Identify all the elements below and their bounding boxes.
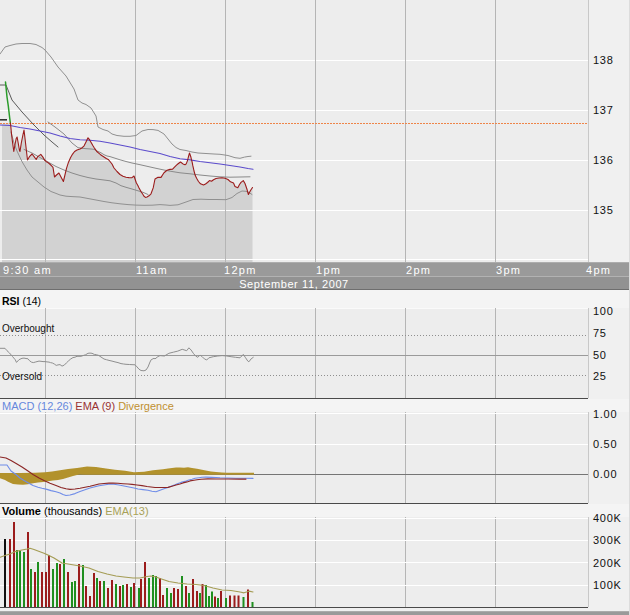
svg-text:9:30 am: 9:30 am (3, 264, 52, 276)
svg-text:MACD (12,26) EMA (9) Divergenc: MACD (12,26) EMA (9) Divergence (2, 400, 174, 412)
svg-text:1.00: 1.00 (593, 408, 617, 420)
svg-text:4pm: 4pm (586, 264, 611, 276)
svg-text:100: 100 (593, 305, 613, 317)
svg-text:3pm: 3pm (496, 264, 521, 276)
svg-text:Volume (thousands) EMA(13): Volume (thousands) EMA(13) (2, 505, 149, 517)
svg-text:135: 135 (593, 204, 613, 216)
svg-text:Overbought: Overbought (2, 323, 54, 334)
svg-text:0.50: 0.50 (593, 438, 617, 450)
svg-text:200K: 200K (593, 557, 622, 569)
svg-text:11am: 11am (136, 264, 168, 276)
svg-text:1pm: 1pm (316, 264, 341, 276)
svg-text:Oversold: Oversold (2, 371, 42, 382)
svg-text:136: 136 (593, 154, 613, 166)
svg-text:75: 75 (593, 327, 607, 339)
svg-text:50: 50 (593, 349, 607, 361)
svg-text:25: 25 (593, 370, 607, 382)
svg-text:400K: 400K (593, 512, 622, 524)
svg-text:300K: 300K (593, 534, 622, 546)
svg-text:137: 137 (593, 104, 613, 116)
svg-text:100K: 100K (593, 579, 622, 591)
svg-text:RSI (14): RSI (14) (2, 295, 41, 307)
svg-text:138: 138 (593, 54, 613, 66)
svg-text:2pm: 2pm (406, 264, 431, 276)
svg-text:September 11, 2007: September 11, 2007 (239, 278, 349, 290)
svg-text:12pm: 12pm (224, 264, 257, 276)
svg-text:0.00: 0.00 (593, 468, 617, 480)
